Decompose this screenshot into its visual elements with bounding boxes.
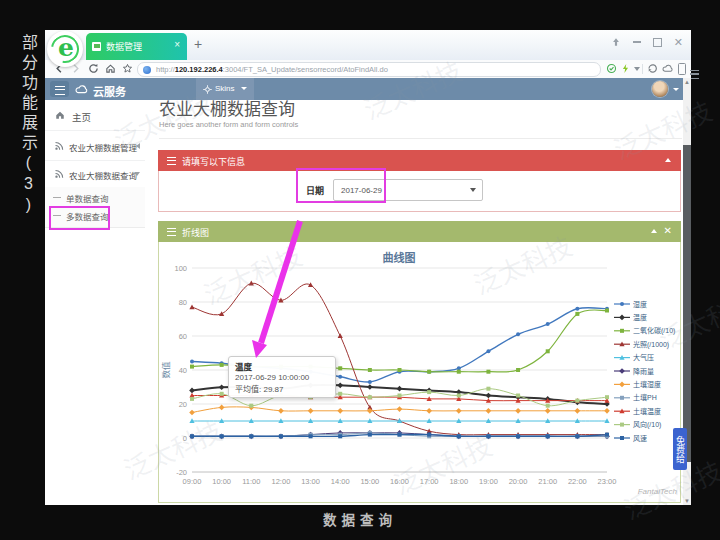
- close-window-icon[interactable]: ✕: [674, 38, 683, 47]
- brand-title[interactable]: 云服务: [93, 83, 126, 99]
- svg-text:20: 20: [179, 400, 187, 409]
- svg-text:14:00: 14:00: [331, 477, 350, 486]
- reload-icon[interactable]: [88, 63, 99, 74]
- collapsed-arrow-icon: [136, 143, 140, 149]
- page-title: 农业大棚数据查询: [159, 100, 295, 120]
- skins-caret-icon: [241, 87, 247, 90]
- panel-bars-icon: [167, 157, 176, 165]
- chart-panel-header[interactable]: 折线图 ✕: [158, 221, 681, 242]
- svg-text:11:00: 11:00: [242, 477, 260, 486]
- page-subtitle: Here goes another form and form controls: [159, 120, 298, 129]
- history-undo-icon[interactable]: [647, 63, 658, 74]
- browser-logo-icon[interactable]: e: [47, 31, 83, 67]
- new-tab-button[interactable]: +: [194, 36, 202, 52]
- mobile-phone-icon[interactable]: [678, 63, 686, 75]
- svg-text:60: 60: [179, 332, 187, 341]
- user-menu-caret-icon[interactable]: [673, 88, 679, 91]
- app-navbar: 云服务 Skins: [45, 78, 683, 100]
- chart-panel-title: 折线图: [182, 226, 209, 239]
- svg-text:15:00: 15:00: [360, 477, 379, 486]
- scroll-down-icon[interactable]: ▼: [684, 498, 690, 504]
- svg-text:21:00: 21:00: [538, 477, 557, 486]
- cloud-sync-icon[interactable]: [662, 63, 674, 74]
- divider: [159, 138, 682, 139]
- legend-label: 降雨量: [633, 367, 654, 376]
- skins-dropdown[interactable]: Skins: [196, 78, 254, 100]
- sidebar-item-data-query[interactable]: 农业大棚数据查询: [45, 161, 145, 188]
- svg-text:0: 0: [183, 434, 187, 443]
- legend-label: 温度: [633, 313, 647, 322]
- bottom-caption: 数据查询: [0, 509, 720, 529]
- window-controls: ✕: [611, 37, 683, 47]
- legend-label: 土壤温度: [633, 407, 661, 416]
- legend-label: 光照(/1000): [633, 340, 669, 349]
- sidebar-submenu: 单数据查询 多数据查询: [45, 187, 145, 228]
- sidebar-item-label: 主页: [72, 110, 91, 124]
- sidebar-toggle-button[interactable]: [50, 81, 69, 97]
- svg-text:19:00: 19:00: [479, 477, 498, 486]
- browser-menu-icon[interactable]: [690, 70, 699, 79]
- sidebar-item-label: 农业大棚数据查询: [69, 169, 137, 181]
- panel-close-icon[interactable]: ✕: [664, 225, 672, 236]
- toolbar-divider: [642, 64, 643, 74]
- user-avatar[interactable]: [652, 81, 668, 97]
- extensions-chevron-icon[interactable]: [634, 67, 640, 71]
- sidebar: 主页 农业大棚数据管理 农业大棚数据查询 单数据查询 多数据查询: [45, 100, 146, 505]
- speed-bolt-icon[interactable]: [620, 63, 631, 74]
- svg-text:80: 80: [179, 298, 187, 307]
- svg-text:13:00: 13:00: [301, 477, 320, 486]
- tab-close-icon[interactable]: ×: [174, 39, 180, 50]
- boss-key-icon[interactable]: [611, 37, 621, 47]
- tooltip-time: 2017-06-29 10:00:00: [235, 373, 329, 382]
- home-icon[interactable]: [105, 63, 116, 74]
- tree-dash-icon: [53, 215, 61, 216]
- chart-tooltip: 温度 2017-06-29 10:00:00 平均值: 29.87: [228, 356, 336, 398]
- browser-tab[interactable]: 数据管理 ×: [86, 33, 187, 60]
- sidebar-item-home[interactable]: 主页: [45, 100, 145, 131]
- scroll-up-icon[interactable]: ▲: [684, 79, 690, 85]
- free-trial-badge[interactable]: 免费给: [673, 428, 687, 470]
- form-panel-title: 请填写以下信息: [182, 155, 245, 168]
- date-select-value: 2017-06-29: [341, 186, 382, 195]
- sidebar-subitem-label: 多数据查询: [66, 210, 109, 222]
- scrollbar-thumb[interactable]: [683, 145, 691, 462]
- collapse-chevron-icon[interactable]: [665, 158, 671, 162]
- legend-label: 二氧化碳(/10): [633, 326, 675, 335]
- favorite-star-icon[interactable]: [122, 63, 133, 74]
- legend-label: 风向(/10): [633, 420, 661, 429]
- legend-label: 湿度: [633, 300, 647, 309]
- side-caption: 部分功能展示(3): [8, 34, 40, 217]
- svg-text:数值: 数值: [161, 361, 171, 379]
- svg-text:-20: -20: [176, 468, 187, 477]
- browser-tab-bar: 数据管理 × + ✕: [45, 30, 691, 60]
- sidebar-item-data-manage[interactable]: 农业大棚数据管理: [45, 131, 145, 161]
- tooltip-value: 平均值: 29.87: [235, 383, 329, 394]
- tooltip-series: 温度: [235, 360, 329, 372]
- security-check-icon[interactable]: [606, 63, 617, 74]
- maximize-icon[interactable]: [653, 38, 662, 47]
- collapse-chevron-icon[interactable]: [651, 229, 657, 233]
- svg-text:100: 100: [174, 264, 187, 273]
- screenshot-canvas: 部分功能展示(3) 数据查询 数据管理 × + ✕ e: [0, 0, 720, 540]
- svg-text:40: 40: [179, 366, 187, 375]
- form-panel-header[interactable]: 请填写以下信息: [158, 150, 681, 171]
- expanded-arrow-icon: [134, 172, 140, 176]
- browser-window: 数据管理 × + ✕ e http://120.192.226.4:3004/: [45, 30, 691, 505]
- svg-text:18:00: 18:00: [449, 477, 468, 486]
- sidebar-subitem-label: 单数据查询: [66, 192, 109, 204]
- svg-text:23:00: 23:00: [598, 477, 617, 486]
- site-globe-icon: [143, 66, 151, 74]
- form-panel-body: 日期 2017-06-29: [158, 171, 681, 212]
- tree-dash-icon: [53, 197, 61, 198]
- legend-label: 风速: [633, 435, 647, 443]
- home-icon: [55, 110, 65, 120]
- svg-text:09:00: 09:00: [183, 477, 202, 486]
- minimize-icon[interactable]: [633, 41, 641, 43]
- hamburger-icon: [55, 86, 65, 95]
- legend-label: 土壤湿度: [633, 380, 661, 389]
- svg-text:22:00: 22:00: [568, 477, 587, 486]
- address-bar[interactable]: http://120.192.226.4:3004/FT_SA_Update/s…: [137, 62, 601, 77]
- date-select[interactable]: 2017-06-29: [333, 179, 483, 201]
- svg-text:10:00: 10:00: [212, 477, 231, 486]
- svg-text:曲线图: 曲线图: [383, 251, 416, 264]
